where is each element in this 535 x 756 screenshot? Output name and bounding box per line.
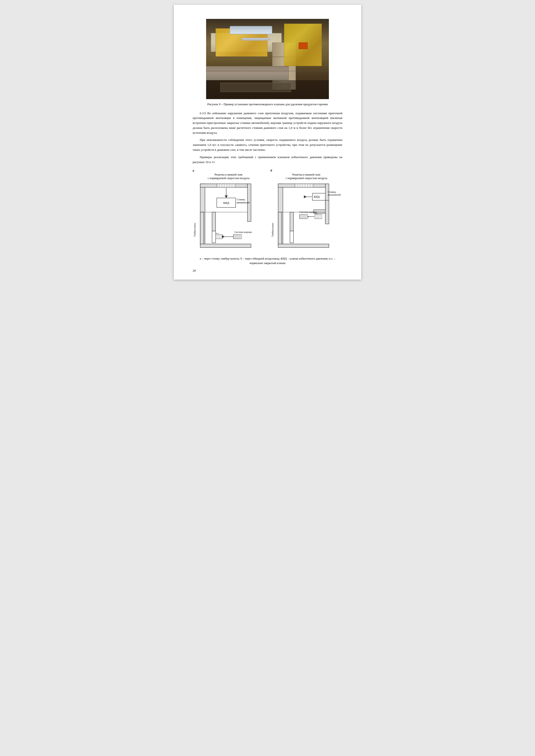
svg-rect-62	[325, 200, 329, 224]
svg-rect-79	[278, 212, 282, 245]
paragraph-2: При невозможности соблюдения этого услов…	[193, 138, 342, 152]
svg-text:Тамбур-шлюз: Тамбур-шлюз	[193, 223, 196, 237]
paragraph-1-text: 6.3.9 Во избежание нарушения дымового сл…	[193, 111, 342, 134]
svg-rect-22	[212, 231, 215, 243]
diagram-b: б Решетка в нижней зоне с нормируемой ск…	[270, 169, 342, 253]
svg-text:автомобилей: автомобилей	[237, 201, 250, 204]
diagram-b-svg: КИД	[270, 181, 342, 252]
diagram-b-label: б	[270, 169, 342, 173]
diagram-a-svg: КИД	[193, 181, 265, 252]
diagram-a-top-label: Решетка в нижней зоне	[193, 173, 265, 176]
paragraph-1: 6.3.9 Во избежание нарушения дымового сл…	[193, 111, 342, 135]
svg-text:автомобилей: автомобилей	[328, 194, 341, 196]
diagram-a-sub-label: с нормируемой скоростью воздуха	[193, 176, 265, 180]
svg-rect-18	[200, 212, 204, 245]
diagrams-container: а Решетка в нижней зоне с нормируемой ск…	[193, 169, 342, 253]
svg-text:Стоянка: Стоянка	[237, 198, 245, 201]
figure-photo-container	[193, 19, 342, 99]
svg-text:КИД: КИД	[223, 201, 229, 204]
svg-rect-19	[212, 212, 215, 231]
paragraph-2-text: При невозможности соблюдения этого услов…	[193, 138, 342, 151]
diagram-bottom-caption: а – через стенку тамбур-шлюза; б – через…	[193, 256, 342, 265]
svg-rect-81	[278, 244, 329, 248]
svg-text:Стоянка: Стоянка	[328, 191, 336, 193]
paragraph-3: Примеры реализации этих требований с при…	[193, 155, 342, 165]
svg-text:Система подпора: Система подпора	[299, 211, 317, 213]
svg-rect-64	[315, 214, 322, 219]
paragraph-3-text: Примеры реализации этих требований с при…	[193, 155, 342, 164]
diagram-b-top-label: Решетка в нижней зоне	[270, 173, 342, 176]
figure-caption-text: Рисунок 9 – Пример установки противопожа…	[207, 102, 328, 106]
page-number: 28	[193, 269, 196, 273]
figure-photo	[206, 19, 329, 99]
svg-text:Тамбур-шлюз: Тамбур-шлюз	[271, 223, 274, 237]
diagram-a: а Решетка в нижней зоне с нормируемой ск…	[193, 169, 265, 253]
svg-rect-83	[290, 231, 294, 243]
svg-rect-80	[290, 212, 294, 231]
diagram-b-sub-label: с нормируемой скоростью воздуха	[270, 176, 342, 180]
svg-rect-23	[215, 234, 223, 239]
svg-text:н.з.: н.з.	[216, 232, 219, 234]
page: Рисунок 9 – Пример установки противопожа…	[174, 5, 361, 280]
svg-text:КИД: КИД	[314, 195, 320, 199]
figure-caption: Рисунок 9 – Пример установки противопожа…	[193, 102, 342, 107]
diagram-caption-text: а – через стенку тамбур-шлюза; б – через…	[200, 257, 335, 265]
svg-rect-20	[200, 244, 251, 248]
diagram-a-label: а	[193, 169, 265, 173]
svg-text:Система подпора: Система подпора	[235, 231, 252, 233]
